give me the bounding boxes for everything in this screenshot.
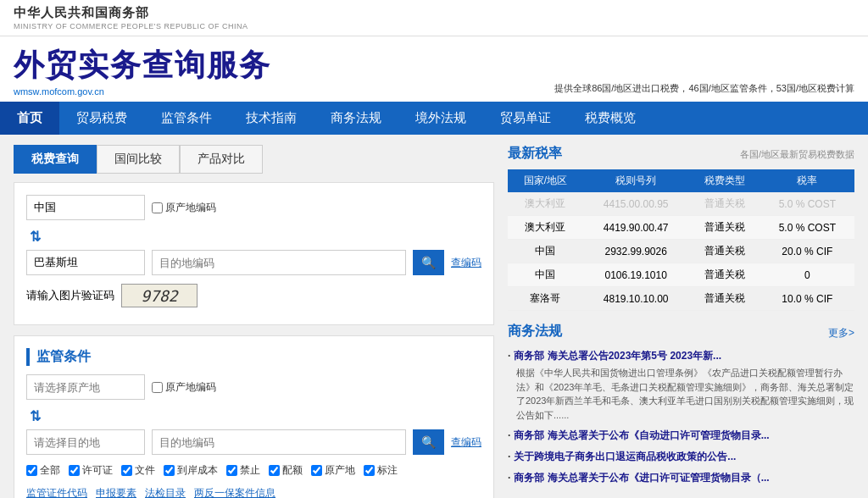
right-panel: 最新税率 各国/地区最新贸易税费数据 国家/地区 税则号列 税费类型 税率 澳大… (508, 145, 854, 498)
nav-home[interactable]: 首页 (0, 102, 59, 135)
sup-search-button[interactable]: 🔍 (413, 429, 444, 455)
rate-row[interactable]: 中国 0106.19.1010 普通关税 0 (508, 263, 854, 287)
sup-dest-select[interactable] (26, 429, 145, 455)
cb-origin[interactable]: 原产地 (311, 463, 355, 478)
rate-country: 塞洛哥 (508, 287, 583, 311)
news-item-title-1[interactable]: 商务部 海关总署关于公布《自动进口许可管理货物目录... (508, 429, 854, 443)
news-title-row: 商务法规 更多> (508, 323, 854, 344)
rate-code: 2932.99.9026 (583, 240, 689, 263)
rate-value: 5.0 % COST (760, 192, 854, 216)
nav-foreign-law[interactable]: 境外法规 (398, 102, 483, 135)
sup-swap-icon[interactable]: ⇅ (26, 408, 44, 424)
nav-tech-guide[interactable]: 技术指南 (229, 102, 314, 135)
cb-landing-cost[interactable]: 到岸成本 (164, 463, 218, 478)
nav-trade-tax[interactable]: 贸易税费 (59, 102, 144, 135)
supervision-title: 监管条件 (26, 348, 481, 366)
rate-value: 0 (760, 263, 854, 287)
latest-rates-section: 最新税率 各国/地区最新贸易税费数据 国家/地区 税则号列 税费类型 税率 澳大… (508, 145, 854, 311)
rate-type: 普通关税 (688, 240, 760, 263)
search-button[interactable]: 🔍 (413, 250, 444, 275)
captcha-image: 9782 (121, 284, 198, 307)
rate-country: 中国 (508, 240, 583, 263)
col-country: 国家/地区 (508, 169, 583, 192)
rate-row[interactable]: 澳大利亚 4415.00.00.95 普通关税 5.0 % COST (508, 192, 854, 216)
sup-origin-code-label[interactable]: 原产地编码 (152, 380, 216, 395)
header-title-area: 外贸实务查询服务 wmsw.mofcom.gov.cn 提供全球86国/地区进出… (0, 36, 868, 102)
origin-row: 原产地编码 (26, 195, 481, 220)
col-type: 税费类型 (688, 169, 760, 192)
sup-dest-code-input[interactable] (152, 429, 406, 455)
rates-subtitle: 各国/地区最新贸易税费数据 (740, 148, 854, 161)
left-panel: 税费查询 国间比较 产品对比 原产地编码 ⇅ 🔍 (14, 145, 494, 498)
tab-product-compare[interactable]: 产品对比 (180, 145, 263, 174)
sup-origin-code-checkbox[interactable] (152, 382, 163, 393)
page-title: 外贸实务查询服务 (14, 45, 271, 86)
news-item: 关于跨境电子商务出口退运商品税收政策的公告... (508, 450, 854, 464)
bottom-links: 监管证件代码 申报要素 法检目录 两反一保案件信息 (26, 486, 481, 498)
business-law-section: 商务法规 更多> 商务部 海关总署公告2023年第5号 2023年新...根据《… (508, 323, 854, 485)
query-section: 原产地编码 ⇅ 🔍 查编码 请输入图片验证码 9782 (14, 182, 494, 325)
rate-value: 10.0 % CIF (760, 287, 854, 311)
tab-country-compare[interactable]: 国间比较 (97, 145, 180, 174)
origin-country-input[interactable] (26, 195, 145, 220)
origin-code-checkbox-label[interactable]: 原产地编码 (152, 201, 216, 215)
col-rate: 税率 (760, 169, 854, 192)
rate-type: 普通关税 (688, 287, 760, 311)
rate-code: 4819.10.10.00 (583, 287, 689, 311)
header-top: 中华人民共和国商务部 MINISTRY OF COMMERCE PEOPLE'S… (0, 0, 868, 36)
news-more-link[interactable]: 更多> (828, 326, 854, 340)
cb-label[interactable]: 标注 (364, 463, 398, 478)
news-item-title-0[interactable]: 商务部 海关总署公告2023年第5号 2023年新... (508, 349, 854, 363)
sup-dest-row: 🔍 查编码 (26, 429, 481, 455)
code-lookup-link[interactable]: 查编码 (451, 256, 481, 270)
nav-supervision[interactable]: 监管条件 (144, 102, 229, 135)
swap-row: ⇅ (26, 229, 481, 245)
main-nav: 首页 贸易税费 监管条件 技术指南 商务法规 境外法规 贸易单证 税费概览 (0, 102, 868, 135)
col-code: 税则号列 (583, 169, 689, 192)
nav-trade-docs[interactable]: 贸易单证 (483, 102, 568, 135)
captcha-row: 请输入图片验证码 9782 (26, 284, 481, 307)
cb-prohibit[interactable]: 禁止 (226, 463, 260, 478)
logo-area: 中华人民共和国商务部 MINISTRY OF COMMERCE PEOPLE'S… (14, 5, 248, 30)
rate-row[interactable]: 塞洛哥 4819.10.10.00 普通关税 10.0 % CIF (508, 287, 854, 311)
link-cert-code[interactable]: 监管证件代码 (26, 486, 87, 498)
rate-code: 0106.19.1010 (583, 263, 689, 287)
rate-row[interactable]: 澳大利亚 4419.90.00.47 普通关税 5.0 % COST (508, 216, 854, 240)
logo-main: 中华人民共和国商务部 (14, 5, 248, 21)
nav-tax-overview[interactable]: 税费概览 (568, 102, 653, 135)
origin-code-checkbox[interactable] (152, 202, 163, 213)
dest-country-input[interactable] (26, 250, 145, 275)
link-inspection[interactable]: 法检目录 (145, 486, 186, 498)
rate-type: 普通关税 (688, 192, 760, 216)
supervision-section: 监管条件 原产地编码 ⇅ 🔍 查编码 全部 (14, 335, 494, 498)
header-subtitle: 提供全球86国/地区进出口税费，46国/地区监管条件，53国/地区税费计算 (554, 80, 854, 97)
rate-type: 普通关税 (688, 216, 760, 240)
news-item-title-3[interactable]: 商务部 海关总署关于公布《进口许可证管理货物目录（... (508, 471, 854, 485)
dest-code-input[interactable] (152, 250, 406, 275)
sup-origin-row: 原产地编码 (26, 374, 481, 400)
sup-swap-row: ⇅ (26, 408, 481, 424)
sup-code-lookup-link[interactable]: 查编码 (451, 435, 481, 450)
tab-tax-query[interactable]: 税费查询 (14, 145, 97, 174)
link-declaration[interactable]: 申报要素 (96, 486, 136, 498)
news-item-title-2[interactable]: 关于跨境电子商务出口退运商品税收政策的公告... (508, 450, 854, 464)
cb-all[interactable]: 全部 (26, 463, 60, 478)
cb-quota[interactable]: 配额 (269, 463, 303, 478)
nav-business-law[interactable]: 商务法规 (314, 102, 398, 135)
supervision-checkboxes: 全部 许可证 文件 到岸成本 禁止 配额 原产地 标注 (26, 463, 481, 478)
cb-license[interactable]: 许可证 (69, 463, 113, 478)
captcha-label: 请输入图片验证码 (26, 288, 114, 303)
link-antidump[interactable]: 两反一保案件信息 (194, 486, 275, 498)
sup-origin-select[interactable] (26, 374, 145, 400)
swap-icon[interactable]: ⇅ (26, 229, 44, 245)
title-block: 外贸实务查询服务 wmsw.mofcom.gov.cn (14, 45, 271, 97)
rates-table: 国家/地区 税则号列 税费类型 税率 澳大利亚 4415.00.00.95 普通… (508, 169, 854, 311)
cb-document[interactable]: 文件 (121, 463, 155, 478)
rate-country: 澳大利亚 (508, 192, 583, 216)
site-url: wmsw.mofcom.gov.cn (14, 86, 271, 97)
rate-country: 澳大利亚 (508, 216, 583, 240)
rate-value: 20.0 % CIF (760, 240, 854, 263)
rate-country: 中国 (508, 263, 583, 287)
news-item: 商务部 海关总署关于公布《进口许可证管理货物目录（... (508, 471, 854, 485)
rate-row[interactable]: 中国 2932.99.9026 普通关税 20.0 % CIF (508, 240, 854, 263)
